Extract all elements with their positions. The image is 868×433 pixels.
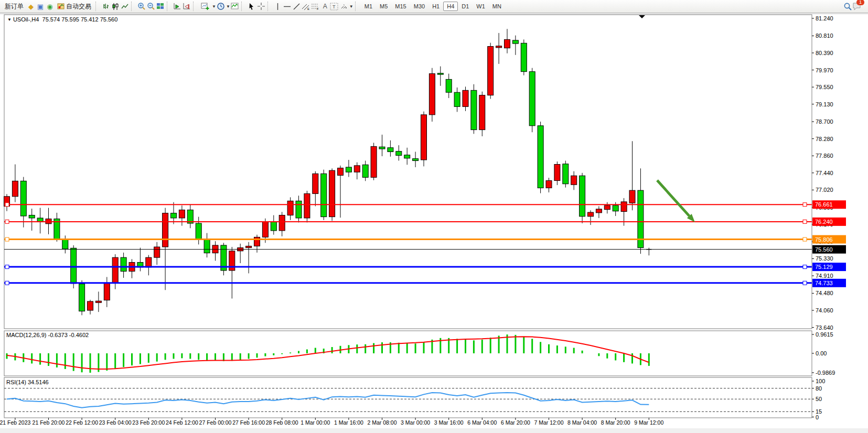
metaeditor-icon[interactable]: ◆ <box>26 2 36 11</box>
timeframe-H1[interactable]: H1 <box>428 2 443 11</box>
chevron-down-icon[interactable]: ▼ <box>212 4 216 9</box>
svg-text:8 Mar 04:00: 8 Mar 04:00 <box>567 419 597 426</box>
svg-text:9 Mar 12:00: 9 Mar 12:00 <box>634 419 663 426</box>
svg-text:28 Feb 08:00: 28 Feb 08:00 <box>266 419 298 426</box>
svg-text:80.390: 80.390 <box>816 50 833 56</box>
svg-text:8 Mar 20:00: 8 Mar 20:00 <box>601 419 630 426</box>
notification-badge: 1 <box>856 0 864 5</box>
svg-text:7 Mar 12:00: 7 Mar 12:00 <box>534 419 563 426</box>
chat-icon[interactable]: 1 <box>852 2 862 11</box>
autotrade-icon <box>57 2 65 11</box>
text-label-icon[interactable]: T <box>330 2 339 11</box>
svg-text:78.700: 78.700 <box>816 118 833 125</box>
crosshair-icon[interactable] <box>256 2 266 11</box>
svg-text:24 Feb 12:00: 24 Feb 12:00 <box>166 419 198 426</box>
search-icon[interactable] <box>843 2 852 11</box>
svg-text:100: 100 <box>816 378 825 384</box>
svg-text:21 Feb 2023: 21 Feb 2023 <box>0 419 31 426</box>
timeframe-M1[interactable]: M1 <box>361 2 376 11</box>
timeframe-H4[interactable]: H4 <box>443 2 458 11</box>
svg-text:F: F <box>317 7 319 10</box>
cursor-icon[interactable] <box>247 2 256 11</box>
svg-text:75.330: 75.330 <box>816 255 833 262</box>
svg-text:77.860: 77.860 <box>816 153 833 159</box>
svg-text:22 Feb 12:00: 22 Feb 12:00 <box>66 419 98 426</box>
svg-text:0.00: 0.00 <box>816 350 827 356</box>
horizontal-line-icon[interactable] <box>283 2 292 11</box>
timeframe-buttons: M1M5M15M30H1H4D1W1MN <box>361 2 505 11</box>
svg-text:T: T <box>333 4 336 9</box>
svg-text:77.440: 77.440 <box>816 170 833 176</box>
svg-text:E: E <box>307 7 309 10</box>
toolbar-separator <box>241 2 245 11</box>
svg-text:79.970: 79.970 <box>816 67 833 73</box>
svg-text:2 Mar 08:00: 2 Mar 08:00 <box>367 419 397 426</box>
chevron-down-icon[interactable]: ▼ <box>226 4 230 9</box>
svg-text:27 Feb 00:00: 27 Feb 00:00 <box>199 419 232 426</box>
collapse-ohlc-icon[interactable]: ▼ <box>7 17 12 22</box>
svg-text:23 Feb 20:00: 23 Feb 20:00 <box>132 419 165 426</box>
rsi-label: RSI(14) 34.5146 <box>6 379 49 385</box>
chart-shift-icon[interactable] <box>182 2 191 11</box>
fibonacci-icon[interactable]: F <box>311 2 320 11</box>
period-clock-icon[interactable] <box>216 2 226 11</box>
svg-text:3 Mar 00:00: 3 Mar 00:00 <box>401 419 430 426</box>
svg-text:0: 0 <box>816 414 819 420</box>
svg-text:81.240: 81.240 <box>816 15 833 21</box>
zoom-in-icon[interactable] <box>137 2 146 11</box>
chevron-down-icon[interactable]: ▼ <box>349 4 353 9</box>
ohlc-values: 75.574 75.595 75.412 75.560 <box>42 16 118 23</box>
svg-text:21 Feb 20:00: 21 Feb 20:00 <box>33 419 65 426</box>
toolbar-separator <box>131 2 135 11</box>
new-order-button[interactable]: 新订单 <box>2 0 26 13</box>
new-chart-icon[interactable] <box>199 2 211 11</box>
timeframe-M5[interactable]: M5 <box>376 2 391 11</box>
terminal-icon[interactable]: ▣ <box>36 2 45 11</box>
main-toolbar: 新订单 ◆ ▣ ◉ 自动交易 ▼ ▼ E F A T ▼ M1M5M15M30H… <box>0 0 868 13</box>
vertical-line-icon[interactable] <box>273 2 283 11</box>
arrows-tool-icon[interactable] <box>339 2 349 11</box>
svg-text:0.9615: 0.9615 <box>816 331 833 338</box>
svg-text:27 Feb 16:00: 27 Feb 16:00 <box>232 419 265 426</box>
svg-text:75.560: 75.560 <box>815 246 833 253</box>
svg-text:6 Mar 04:00: 6 Mar 04:00 <box>467 419 497 426</box>
svg-text:80: 80 <box>816 385 822 392</box>
svg-text:75.806: 75.806 <box>815 236 833 243</box>
indicators-icon[interactable] <box>230 2 240 11</box>
timeframe-W1[interactable]: W1 <box>473 2 489 11</box>
tile-windows-icon[interactable] <box>156 2 165 11</box>
timeframe-MN[interactable]: MN <box>489 2 505 11</box>
svg-text:1 Mar 16:00: 1 Mar 16:00 <box>334 419 363 426</box>
timeframe-M15[interactable]: M15 <box>391 2 410 11</box>
bar-chart-icon[interactable] <box>101 2 111 11</box>
channel-icon[interactable]: E <box>302 2 311 11</box>
svg-text:73.640: 73.640 <box>816 324 833 331</box>
toolbar-separator <box>167 2 171 11</box>
macd-label: MACD(12,26,9) -0.6373 -0.4602 <box>6 332 89 338</box>
text-icon[interactable]: A <box>320 2 330 11</box>
svg-text:76.240: 76.240 <box>815 219 833 225</box>
timeframe-D1[interactable]: D1 <box>458 2 473 11</box>
new-order-label: 新订单 <box>5 2 24 11</box>
chart-title: ▼USOil-,H4 75.574 75.595 75.412 75.560 <box>7 16 117 23</box>
svg-text:50: 50 <box>816 396 822 402</box>
svg-text:74.733: 74.733 <box>815 280 833 286</box>
zoom-out-icon[interactable] <box>146 2 156 11</box>
price-chart[interactable]: 81.24080.81080.39079.97079.55079.13078.7… <box>0 0 868 433</box>
svg-text:3 Mar 16:00: 3 Mar 16:00 <box>434 419 464 426</box>
autotrade-label: 自动交易 <box>66 2 91 11</box>
svg-text:74.060: 74.060 <box>816 307 833 313</box>
trendline-icon[interactable] <box>292 2 302 11</box>
autoscroll-icon[interactable] <box>173 2 182 11</box>
svg-text:74.910: 74.910 <box>816 273 833 279</box>
toolbar-separator <box>267 2 272 11</box>
toolbar-separator <box>355 2 359 11</box>
svg-text:23 Feb 04:00: 23 Feb 04:00 <box>99 419 132 426</box>
candlestick-icon[interactable] <box>111 2 120 11</box>
signals-icon[interactable]: ◉ <box>45 2 55 11</box>
line-chart-icon[interactable] <box>120 2 130 11</box>
autotrade-button[interactable]: 自动交易 <box>55 0 94 13</box>
svg-text:79.550: 79.550 <box>816 84 833 90</box>
timeframe-M30[interactable]: M30 <box>410 2 428 11</box>
toolbar-separator <box>95 2 100 11</box>
